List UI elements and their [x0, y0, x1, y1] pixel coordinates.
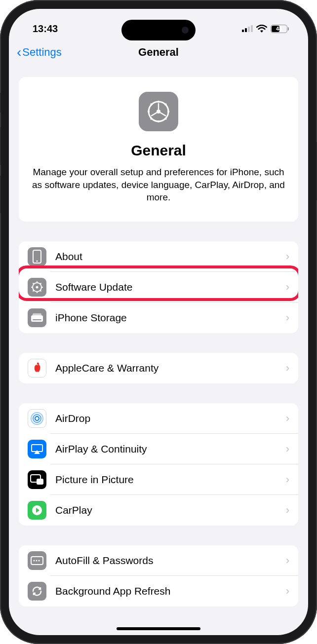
phone-icon: [28, 247, 46, 266]
row-label: AutoFill & Passwords: [55, 555, 286, 567]
chevron-right-icon: ›: [286, 362, 289, 375]
general-gear-icon: [139, 92, 178, 131]
svg-point-41: [34, 560, 35, 561]
svg-line-15: [165, 104, 166, 105]
svg-line-14: [165, 118, 166, 119]
volume-up-button: [0, 127, 1, 165]
back-button[interactable]: ‹ Settings: [17, 45, 62, 59]
chevron-right-icon: ›: [286, 443, 289, 455]
svg-point-33: [35, 417, 39, 420]
chevron-right-icon: ›: [286, 473, 289, 486]
svg-point-32: [37, 362, 40, 365]
dynamic-island: [121, 20, 196, 40]
row-background-refresh[interactable]: Background App Refresh ›: [19, 576, 298, 606]
airplay-icon: [28, 440, 46, 458]
screen: 13:43 48: [9, 9, 308, 635]
row-carplay[interactable]: CarPlay ›: [19, 495, 298, 526]
row-software-update[interactable]: Software Update ›: [19, 272, 298, 303]
row-autofill[interactable]: AutoFill & Passwords ›: [19, 545, 298, 576]
nav-title: General: [138, 46, 179, 59]
svg-rect-31: [33, 319, 41, 320]
chevron-right-icon: ›: [286, 504, 289, 517]
row-applecare[interactable]: AppleCare & Warranty ›: [19, 353, 298, 383]
airdrop-icon: [28, 409, 46, 428]
autofill-icon: [28, 551, 46, 570]
svg-rect-0: [242, 30, 244, 32]
row-label: AirPlay & Continuity: [55, 443, 286, 455]
chevron-right-icon: ›: [286, 311, 289, 324]
drive-icon: [28, 308, 46, 327]
row-label: Software Update: [55, 281, 286, 293]
gear-icon: [28, 278, 46, 297]
hero-title: General: [32, 142, 285, 159]
svg-line-16: [151, 118, 152, 119]
row-iphone-storage[interactable]: iPhone Storage ›: [19, 303, 298, 333]
svg-point-18: [37, 260, 38, 262]
content-area[interactable]: General Manage your overall setup and pr…: [9, 66, 308, 606]
row-label: iPhone Storage: [55, 312, 286, 324]
row-label: CarPlay: [55, 504, 286, 516]
phone-frame: 13:43 48: [0, 0, 317, 644]
row-about[interactable]: About ›: [19, 241, 298, 272]
row-airplay[interactable]: AirPlay & Continuity ›: [19, 434, 298, 464]
row-label: AirDrop: [55, 413, 286, 424]
svg-rect-30: [33, 313, 41, 316]
chevron-left-icon: ‹: [17, 45, 21, 59]
svg-line-7: [158, 112, 166, 116]
carplay-icon: [28, 501, 46, 520]
svg-rect-38: [37, 479, 43, 485]
apple-icon: [28, 359, 46, 378]
chevron-right-icon: ›: [286, 585, 289, 598]
cellular-icon: [242, 25, 253, 32]
svg-rect-1: [245, 28, 247, 32]
wifi-icon: [256, 25, 267, 33]
section-general: About › Software Update › iPhone: [19, 241, 298, 333]
svg-line-28: [33, 290, 34, 291]
chevron-right-icon: ›: [286, 250, 289, 263]
hero-card: General Manage your overall setup and pr…: [19, 77, 298, 222]
svg-point-34: [33, 415, 41, 422]
back-label: Settings: [22, 46, 62, 59]
home-indicator[interactable]: [117, 627, 200, 630]
row-label: About: [55, 251, 286, 263]
row-airdrop[interactable]: AirDrop ›: [19, 403, 298, 434]
row-label: Background App Refresh: [55, 585, 286, 597]
svg-line-8: [151, 112, 158, 116]
chevron-right-icon: ›: [286, 554, 289, 567]
svg-line-13: [151, 104, 152, 105]
svg-rect-2: [248, 27, 250, 32]
row-label: Picture in Picture: [55, 474, 286, 486]
chevron-right-icon: ›: [286, 412, 289, 425]
silent-switch: [0, 93, 1, 113]
hero-description: Manage your overall setup and preference…: [32, 166, 285, 204]
section-applecare: AppleCare & Warranty ›: [19, 353, 298, 383]
section-connectivity: AirDrop › AirPlay & Continuity ›: [19, 403, 298, 526]
svg-line-25: [33, 283, 34, 284]
svg-line-26: [40, 290, 41, 291]
chevron-right-icon: ›: [286, 281, 289, 294]
pip-icon: [28, 470, 46, 489]
refresh-icon: [28, 582, 46, 601]
volume-down-button: [0, 176, 1, 213]
svg-point-20: [36, 286, 39, 288]
svg-line-27: [40, 283, 41, 284]
row-label: AppleCare & Warranty: [55, 362, 286, 374]
status-time: 13:43: [33, 23, 58, 35]
nav-bar: ‹ Settings General: [9, 38, 308, 66]
section-system: AutoFill & Passwords › Background App Re…: [19, 545, 298, 606]
battery-icon: 48: [271, 25, 287, 33]
svg-rect-3: [251, 25, 253, 32]
front-camera-icon: [182, 27, 189, 34]
row-pip[interactable]: Picture in Picture ›: [19, 464, 298, 495]
svg-point-43: [39, 560, 40, 561]
svg-point-42: [36, 560, 38, 561]
